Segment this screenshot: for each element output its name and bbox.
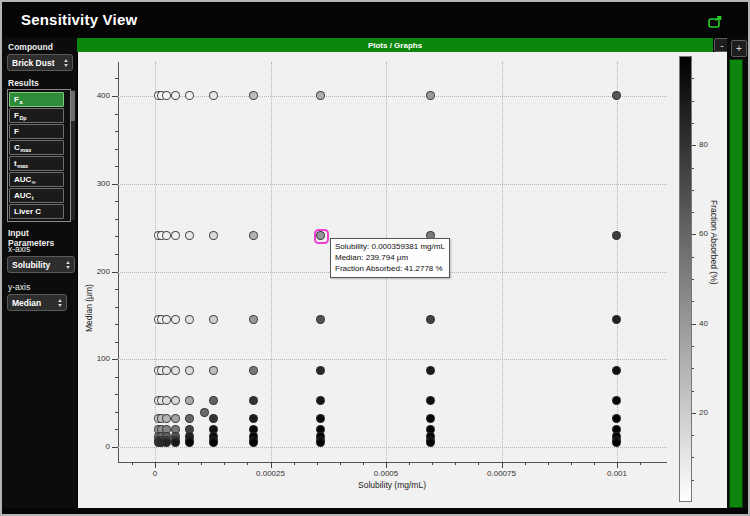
scatter-point[interactable] — [171, 396, 180, 405]
x-minor-tick — [594, 462, 595, 465]
scatter-point[interactable] — [162, 414, 171, 423]
scatter-point[interactable] — [612, 231, 621, 240]
scatter-point[interactable] — [185, 315, 194, 324]
results-item-label: F — [14, 111, 19, 120]
results-listbox: FaFDpFCmaxtmaxAUC∞AUCtLiver C — [7, 89, 71, 222]
scatter-point[interactable] — [171, 91, 180, 100]
x-gridline — [271, 62, 272, 462]
scatter-point[interactable] — [209, 366, 218, 375]
colorbar-minor-tick — [692, 123, 694, 124]
scatter-point[interactable] — [209, 231, 218, 240]
scatter-point[interactable] — [316, 396, 325, 405]
scatter-point[interactable] — [209, 396, 218, 405]
colorbar-minor-tick — [692, 368, 694, 369]
scatter-point[interactable] — [426, 414, 435, 423]
scatter-point[interactable] — [426, 315, 435, 324]
colorbar-minor-tick — [692, 279, 694, 280]
scatter-point[interactable] — [171, 231, 180, 240]
colorbar-minor-tick — [692, 457, 694, 458]
scatter-point[interactable] — [185, 414, 194, 423]
scatter-point[interactable] — [185, 91, 194, 100]
scatter-point[interactable] — [316, 315, 325, 324]
scatter-point[interactable] — [162, 438, 171, 447]
results-scrollbar-thumb[interactable] — [71, 91, 75, 121]
scatter-point[interactable] — [249, 366, 258, 375]
scatter-point[interactable] — [162, 231, 171, 240]
scatter-point[interactable] — [612, 366, 621, 375]
results-item[interactable]: tmax — [9, 156, 64, 171]
x-minor-tick — [432, 462, 433, 465]
scatter-point[interactable] — [185, 396, 194, 405]
tooltip-fraction: Fraction Absorbed: 41.2778 % — [335, 263, 445, 274]
compound-label: Compound — [8, 42, 53, 52]
y-gridline — [118, 184, 667, 185]
y-axis-dropdown[interactable]: Median — [7, 294, 67, 311]
scatter-point[interactable] — [316, 414, 325, 423]
results-item[interactable]: Fa — [9, 92, 64, 107]
results-item[interactable]: AUCt — [9, 188, 64, 203]
scatter-point[interactable] — [209, 438, 218, 447]
scatter-point[interactable] — [162, 91, 171, 100]
scatter-point[interactable] — [185, 366, 194, 375]
results-item[interactable]: Liver C — [9, 204, 64, 219]
scatter-point[interactable] — [162, 315, 171, 324]
scatter-point[interactable] — [612, 438, 621, 447]
scatter-point[interactable] — [612, 396, 621, 405]
x-tick-label: 0.00075 — [477, 469, 527, 478]
scatter-point[interactable] — [209, 91, 218, 100]
x-gridline — [502, 62, 503, 462]
expand-panel-button[interactable]: + — [731, 40, 747, 57]
scatter-point[interactable] — [249, 414, 258, 423]
sensitivity-view-window: Sensitivity View Compound Brick Dust Res… — [0, 0, 750, 516]
scatter-point[interactable] — [200, 408, 209, 417]
results-item[interactable]: F — [9, 124, 64, 139]
scatter-point[interactable] — [249, 396, 258, 405]
results-item[interactable]: FDp — [9, 108, 64, 123]
scatter-point[interactable] — [316, 91, 325, 100]
y-minor-tick — [115, 149, 118, 150]
scatter-point[interactable] — [249, 315, 258, 324]
results-item-subscript: Dp — [19, 115, 26, 121]
y-gridline — [118, 359, 667, 360]
scatter-point[interactable] — [316, 366, 325, 375]
x-major-tick — [271, 462, 272, 468]
results-item-label: F — [14, 95, 19, 104]
scatter-point[interactable] — [171, 438, 180, 447]
results-item-label: AUC — [14, 175, 31, 184]
scatter-point[interactable] — [171, 315, 180, 324]
scatter-point[interactable] — [162, 396, 171, 405]
results-item[interactable]: Cmax — [9, 140, 64, 155]
selected-point-highlight[interactable] — [314, 229, 329, 244]
title-bar: Sensitivity View — [2, 2, 748, 37]
scatter-point[interactable] — [612, 414, 621, 423]
x-axis-dropdown[interactable]: Solubility — [7, 256, 75, 273]
colorbar-minor-tick — [692, 391, 694, 392]
dropdown-spinner-icon — [66, 260, 70, 270]
scatter-point[interactable] — [209, 315, 218, 324]
scatter-point[interactable] — [426, 396, 435, 405]
scatter-point[interactable] — [171, 414, 180, 423]
results-item[interactable]: AUC∞ — [9, 172, 64, 187]
scatter-point[interactable] — [426, 438, 435, 447]
scatter-point[interactable] — [171, 366, 180, 375]
y-minor-tick — [115, 114, 118, 115]
scatter-point[interactable] — [426, 366, 435, 375]
scatter-point[interactable] — [426, 91, 435, 100]
x-minor-tick — [201, 462, 202, 465]
x-major-tick — [617, 462, 618, 468]
scatter-point[interactable] — [185, 438, 194, 447]
colorbar-major-tick — [692, 145, 696, 146]
scatter-point[interactable] — [612, 315, 621, 324]
compound-dropdown[interactable]: Brick Dust — [7, 54, 73, 71]
scatter-point[interactable] — [249, 438, 258, 447]
scatter-point[interactable] — [249, 231, 258, 240]
open-external-icon[interactable] — [708, 14, 722, 26]
scatter-point[interactable] — [209, 414, 218, 423]
scatter-point[interactable] — [162, 366, 171, 375]
scatter-point[interactable] — [316, 438, 325, 447]
scatter-point[interactable] — [249, 91, 258, 100]
scatter-point[interactable] — [185, 231, 194, 240]
scatter-point[interactable] — [612, 91, 621, 100]
y-tick-label: 100 — [84, 354, 110, 363]
collapsed-panel-strip[interactable] — [729, 59, 743, 508]
